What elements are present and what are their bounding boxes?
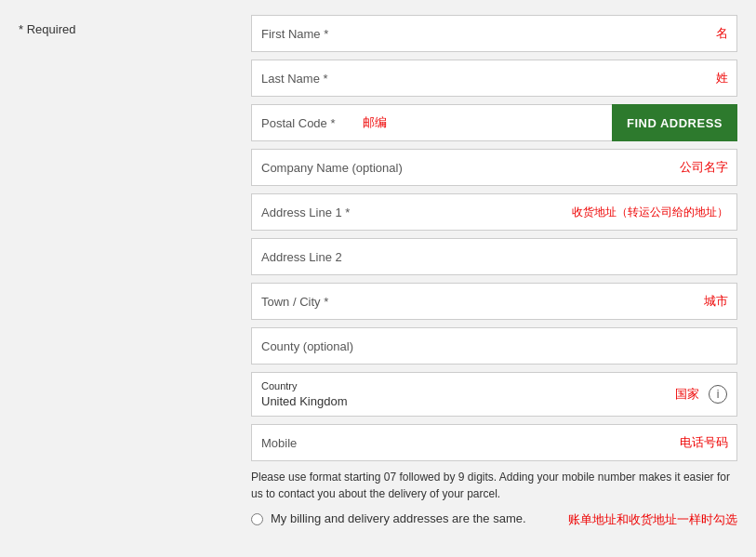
country-row: Country United Kingdom 国家 i — [251, 372, 737, 417]
mobile-row: 电话号码 — [251, 424, 737, 461]
company-name-row: 公司名字 — [251, 149, 737, 186]
find-address-button[interactable]: FIND ADDRESS — [612, 104, 737, 141]
last-name-row: 姓 — [251, 60, 737, 97]
county-input[interactable] — [251, 327, 737, 365]
address-line1-row: 收货地址（转运公司给的地址） — [251, 193, 737, 231]
billing-label: My billing and delivery addresses are th… — [271, 511, 526, 525]
billing-radio[interactable] — [251, 513, 263, 525]
town-city-input[interactable] — [251, 283, 737, 320]
last-name-input[interactable] — [251, 60, 737, 97]
town-city-row: 城市 — [251, 283, 737, 320]
required-note: * Required — [19, 22, 223, 36]
mobile-input[interactable] — [251, 424, 737, 461]
country-box: Country United Kingdom 国家 i — [251, 372, 737, 417]
postal-code-input[interactable] — [251, 104, 612, 141]
address-line2-row — [251, 238, 737, 275]
first-name-row: 名 — [251, 15, 737, 52]
postal-code-row: 邮编 FIND ADDRESS — [251, 104, 737, 141]
address-line2-input[interactable] — [251, 238, 737, 275]
first-name-input[interactable] — [251, 15, 737, 52]
mobile-help-text: Please use format starting 07 followed b… — [251, 469, 737, 502]
address-line1-input[interactable] — [251, 193, 737, 231]
country-inner: Country United Kingdom — [261, 380, 701, 408]
billing-annotation: 账单地址和收货地址一样时勾选 — [568, 511, 737, 528]
country-value: United Kingdom — [261, 394, 348, 408]
billing-checkbox-row: My billing and delivery addresses are th… — [251, 511, 737, 525]
country-label: Country — [261, 380, 701, 391]
county-row — [251, 327, 737, 365]
info-icon[interactable]: i — [709, 385, 727, 404]
company-name-input[interactable] — [251, 149, 737, 186]
